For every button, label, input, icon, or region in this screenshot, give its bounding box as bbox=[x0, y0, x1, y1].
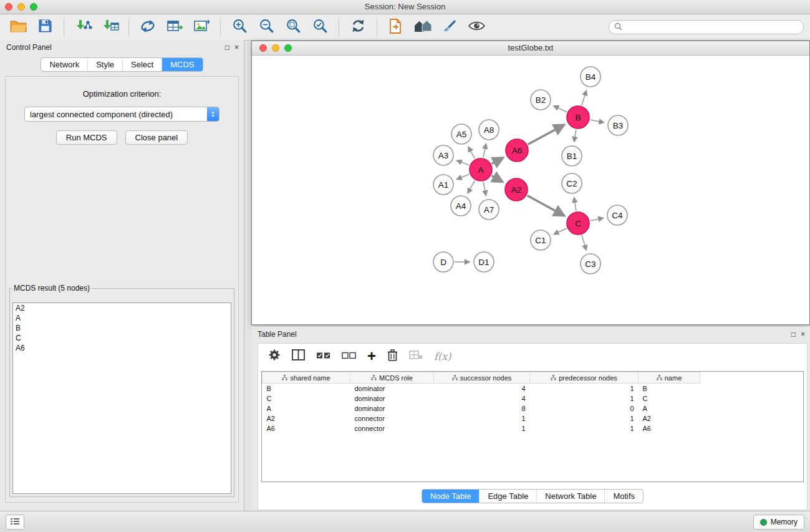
table-row[interactable]: A6connector11A6 bbox=[263, 423, 804, 433]
optimization-criterion-select[interactable]: largest connected component (directed) ▲… bbox=[24, 107, 219, 122]
graph-edge-A6-B[interactable] bbox=[528, 125, 564, 145]
table-cell[interactable]: dominator bbox=[350, 384, 434, 394]
graph-edge-A2-C[interactable] bbox=[528, 196, 565, 216]
node-table-container[interactable]: shared nameMCDS rolesuccessor nodesprede… bbox=[261, 371, 804, 482]
table-cell[interactable]: 8 bbox=[434, 404, 530, 414]
graph-edge-C-C4[interactable] bbox=[591, 218, 604, 221]
column-header-successor-nodes[interactable]: successor nodes bbox=[434, 372, 530, 384]
table-cell[interactable]: A6 bbox=[639, 423, 700, 433]
network-canvas[interactable]: AA1A2A3A4A5A6A7A8BB1B2B3B4CC1C2C3C4DD1 bbox=[252, 56, 809, 324]
table-cell[interactable]: B bbox=[639, 384, 700, 394]
select-all-button[interactable] bbox=[316, 351, 330, 362]
table-cell[interactable]: dominator bbox=[350, 404, 434, 414]
search-input[interactable] bbox=[625, 22, 798, 32]
table-cell[interactable]: A bbox=[639, 404, 700, 414]
graph-node-D[interactable]: D bbox=[433, 252, 453, 272]
graph-node-C3[interactable]: C3 bbox=[581, 254, 600, 274]
close-panel-icon[interactable]: × bbox=[801, 327, 805, 342]
new-table-button[interactable] bbox=[163, 17, 186, 38]
table-cell[interactable]: A2 bbox=[263, 414, 350, 423]
table-cell[interactable]: A bbox=[263, 404, 350, 414]
graph-edge-C-C2[interactable] bbox=[574, 198, 576, 211]
graph-edge-A-A8[interactable] bbox=[483, 144, 486, 158]
graph-node-B[interactable]: B bbox=[567, 106, 589, 128]
network-window-titlebar[interactable]: testGlobe.txt bbox=[252, 41, 809, 56]
table-cell[interactable]: 4 bbox=[434, 384, 530, 394]
result-item[interactable]: C bbox=[13, 333, 231, 343]
task-history-button[interactable] bbox=[6, 515, 24, 530]
graph-node-D1[interactable]: D1 bbox=[474, 252, 494, 272]
save-session-button[interactable] bbox=[33, 17, 57, 38]
table-cell[interactable]: 0 bbox=[530, 404, 639, 414]
table-settings-button[interactable] bbox=[268, 349, 281, 364]
table-row[interactable]: A2connector11A2 bbox=[263, 414, 804, 423]
graph-node-B4[interactable]: B4 bbox=[581, 67, 600, 87]
graph-node-C4[interactable]: C4 bbox=[607, 205, 627, 225]
zoom-selected-button[interactable] bbox=[308, 17, 332, 38]
run-mcds-button[interactable]: Run MCDS bbox=[56, 130, 117, 145]
tab-motifs[interactable]: Motifs bbox=[605, 490, 643, 503]
table-cell[interactable]: A2 bbox=[639, 414, 700, 423]
tab-style[interactable]: Style bbox=[88, 58, 123, 71]
column-header-predecessor-nodes[interactable]: predecessor nodes bbox=[530, 372, 639, 384]
graph-node-C[interactable]: C bbox=[567, 212, 589, 235]
graph-node-B3[interactable]: B3 bbox=[608, 115, 628, 135]
import-table-button[interactable] bbox=[98, 17, 122, 38]
delete-table-button[interactable] bbox=[409, 350, 423, 362]
graph-edge-A-A7[interactable] bbox=[483, 182, 486, 196]
graph-edge-B-B4[interactable] bbox=[582, 90, 586, 105]
table-cell[interactable]: 1 bbox=[434, 414, 530, 423]
graph-node-C1[interactable]: C1 bbox=[531, 230, 551, 250]
table-cell[interactable]: C bbox=[639, 394, 700, 404]
tab-select[interactable]: Select bbox=[123, 58, 162, 71]
graph-node-B1[interactable]: B1 bbox=[562, 146, 582, 166]
show-graphics-button[interactable] bbox=[465, 17, 488, 38]
table-cell[interactable]: B bbox=[263, 384, 350, 394]
style-brush-button[interactable] bbox=[438, 17, 461, 38]
graph-edge-B-B1[interactable] bbox=[574, 130, 576, 142]
table-cell[interactable]: 1 bbox=[530, 414, 639, 423]
table-row[interactable]: Bdominator41B bbox=[263, 384, 804, 394]
graph-edge-C-C3[interactable] bbox=[582, 235, 586, 250]
zoom-fit-button[interactable] bbox=[281, 17, 305, 38]
graph-edge-B-B3[interactable] bbox=[591, 120, 604, 122]
table-cell[interactable]: connector bbox=[350, 414, 434, 423]
mcds-result-list[interactable]: A2ABCA6 bbox=[12, 302, 231, 494]
table-cell[interactable]: 1 bbox=[530, 384, 639, 394]
close-panel-button[interactable]: Close panel bbox=[125, 130, 188, 145]
table-row[interactable]: Adominator80A bbox=[263, 404, 804, 414]
graph-node-A[interactable]: A bbox=[470, 158, 492, 181]
network-graph[interactable]: AA1A2A3A4A5A6A7A8BB1B2B3B4CC1C2C3C4DD1 bbox=[252, 56, 809, 324]
tab-mcds[interactable]: MCDS bbox=[162, 58, 202, 71]
export-image-button[interactable] bbox=[190, 17, 213, 38]
table-cell[interactable]: 1 bbox=[434, 423, 530, 433]
tab-edge-table[interactable]: Edge Table bbox=[480, 490, 537, 503]
function-builder-button[interactable]: f(x) bbox=[434, 351, 451, 362]
table-cell[interactable]: A6 bbox=[263, 423, 350, 433]
show-columns-button[interactable] bbox=[292, 349, 305, 363]
graph-node-A1[interactable]: A1 bbox=[433, 175, 453, 195]
float-panel-icon[interactable]: □ bbox=[791, 327, 796, 342]
memory-button[interactable]: Memory bbox=[753, 515, 804, 530]
column-header-shared-name[interactable]: shared name bbox=[263, 372, 350, 384]
ndex-button[interactable] bbox=[411, 17, 435, 38]
result-item[interactable]: A bbox=[13, 313, 231, 323]
tab-network-table[interactable]: Network Table bbox=[537, 490, 605, 503]
graph-node-A2[interactable]: A2 bbox=[505, 178, 528, 201]
graph-node-A7[interactable]: A7 bbox=[479, 200, 499, 220]
import-network-button[interactable] bbox=[71, 17, 95, 38]
column-header-name[interactable]: name bbox=[639, 372, 700, 384]
table-cell[interactable]: 1 bbox=[530, 394, 639, 404]
create-column-button[interactable]: + bbox=[367, 350, 376, 362]
tab-node-table[interactable]: Node Table bbox=[422, 490, 480, 503]
graph-node-A6[interactable]: A6 bbox=[506, 139, 528, 162]
graph-edge-A-A6[interactable] bbox=[492, 158, 503, 164]
table-cell[interactable]: 4 bbox=[434, 394, 530, 404]
zoom-in-button[interactable] bbox=[228, 17, 251, 38]
result-item[interactable]: B bbox=[13, 323, 231, 333]
graph-edge-A-A4[interactable] bbox=[468, 181, 475, 193]
open-session-button[interactable] bbox=[6, 17, 30, 38]
first-neighbors-button[interactable] bbox=[384, 17, 408, 38]
float-panel-icon[interactable]: □ bbox=[225, 40, 229, 55]
delete-column-button[interactable] bbox=[387, 349, 398, 364]
